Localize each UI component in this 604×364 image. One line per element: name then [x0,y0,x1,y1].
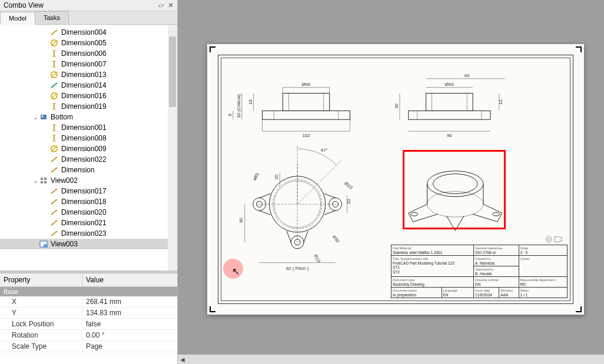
tree-item-label: Dimension009 [61,145,107,153]
svg-text:ø85: ø85 [252,172,261,182]
svg-text:Ø10: Ø10 [343,181,354,191]
property-panel: Property Value Base X268.41 mmY134.83 mm… [0,273,177,364]
tree-item-label: Dimension020 [61,208,107,216]
model-tree[interactable]: Dimension004Dimension005Dimension006Dime… [0,25,177,271]
svg-rect-60 [288,93,324,111]
tree-item-label: Dimension [61,166,95,174]
expander-icon[interactable]: ⌄ [32,178,39,184]
dim-dist2-icon [49,81,59,90]
corner-mark [576,306,582,312]
property-col-name: Property [0,273,82,286]
tree-item-label: View003 [51,240,78,248]
drawing-canvas[interactable]: Ø60 102 18 30 (Critical) [178,0,604,364]
property-group[interactable]: Base [0,287,177,296]
scroll-thumb[interactable] [169,36,176,107]
tree-item[interactable]: Dimension [0,165,177,175]
tree-item[interactable]: Dimension017 [0,186,177,196]
tree-scrollbar[interactable] [168,25,177,271]
svg-rect-77 [409,111,490,119]
svg-point-22 [42,116,44,118]
close-icon[interactable]: ✕ [168,1,174,9]
property-row[interactable]: Scale TypePage [0,341,177,352]
property-header: Property Value [0,273,177,287]
tree-item[interactable]: Dimension001 [0,122,177,133]
svg-rect-39 [41,181,43,183]
undock-icon[interactable]: ▱ [158,1,164,9]
tree-item[interactable]: Dimension013 [0,69,177,80]
tab-model[interactable]: Model [0,12,35,25]
dim-dia-icon [49,91,59,101]
dim-dist-icon [49,197,59,206]
tree-item[interactable]: Dimension008 [0,133,177,143]
tree-item[interactable]: ⌄View002 [0,175,177,186]
drawing-page[interactable]: Ø60 102 18 30 (Critical) [207,44,584,315]
svg-text:50: 50 [238,218,244,223]
svg-rect-40 [44,181,47,183]
tree-item[interactable]: Dimension022 [0,154,177,165]
tree-item-label: Dimension008 [61,134,107,142]
property-value[interactable]: 0.00 ° [82,330,177,340]
expander-icon[interactable]: ⌄ [32,114,39,121]
svg-text:47°: 47° [321,148,328,153]
svg-point-126 [547,238,550,241]
svg-text:6: 6 [227,113,233,116]
title-block: Part MaterialStainless steel MatNo 1.430… [391,245,568,298]
tree-item-label: View002 [51,176,78,185]
tab-tasks[interactable]: Tasks [35,11,69,24]
property-name: Rotation [0,330,82,340]
svg-rect-58 [263,111,350,119]
dim-dia-icon [49,38,59,48]
property-row[interactable]: Lock Positionfalse [0,319,177,330]
dim-dist-icon [49,218,59,228]
tree-item[interactable]: View003 [0,239,177,249]
tree-item-label: Dimension014 [61,81,107,89]
tree-item[interactable]: ⌄Bottom [0,112,177,122]
selection-highlight [403,150,506,229]
dim-vert-icon [49,123,59,132]
tree-item[interactable]: Dimension006 [0,48,177,59]
tree-item[interactable]: Dimension009 [0,143,177,154]
property-row[interactable]: Y134.83 mm [0,308,177,319]
dim-dist-icon [49,155,59,164]
tree-item[interactable]: Dimension019 [0,101,177,112]
property-value[interactable]: Page [82,341,177,352]
svg-text:20: 20 [274,174,279,179]
tree-item-label: Dimension005 [61,39,107,47]
svg-text:30: 30 [394,103,399,108]
property-value[interactable]: 268.41 mm [82,296,177,307]
tree-item[interactable]: Dimension023 [0,228,177,239]
svg-text:Ø60: Ø60 [445,82,454,87]
tree-item-label: Dimension018 [61,198,107,206]
tree-item-label: Dimension023 [61,229,107,238]
svg-text:12: 12 [498,99,503,105]
tree-item[interactable]: Dimension016 [0,91,177,101]
tree-item[interactable]: Dimension018 [0,196,177,207]
property-value[interactable]: 134.83 mm [82,308,177,318]
tree-item[interactable]: Dimension021 [0,218,177,228]
property-row[interactable]: X268.41 mm [0,296,177,308]
dim-vert-icon [49,59,59,69]
property-value[interactable]: false [82,319,177,329]
dim-vert-icon [49,102,59,111]
dim-dia-icon [49,144,59,153]
tree-item[interactable]: Dimension004 [0,27,177,38]
dim-dist-icon [49,229,59,238]
tree-item[interactable]: Dimension020 [0,207,177,218]
property-row[interactable]: Rotation0.00 ° [0,330,177,341]
tree-item[interactable]: Dimension005 [0,38,177,48]
tree-item-label: Dimension006 [61,49,107,58]
horizontal-scrollbar[interactable]: ◀ [178,355,604,364]
scroll-left-icon[interactable]: ◀ [178,356,187,363]
corner-mark [576,46,582,52]
page-frame: Ø60 102 18 30 (Critical) [218,55,573,304]
svg-rect-59 [283,93,329,111]
tree-item-label: Bottom [51,113,73,121]
tree-item[interactable]: Dimension007 [0,59,177,69]
svg-text:102: 102 [302,133,310,138]
dim-dist-icon [49,208,59,217]
tree-item-label: Dimension001 [61,123,107,132]
tree-item[interactable]: Dimension014 [0,80,177,91]
property-name: Scale Type [0,341,82,352]
group-icon [39,176,48,185]
property-name: X [0,296,82,307]
